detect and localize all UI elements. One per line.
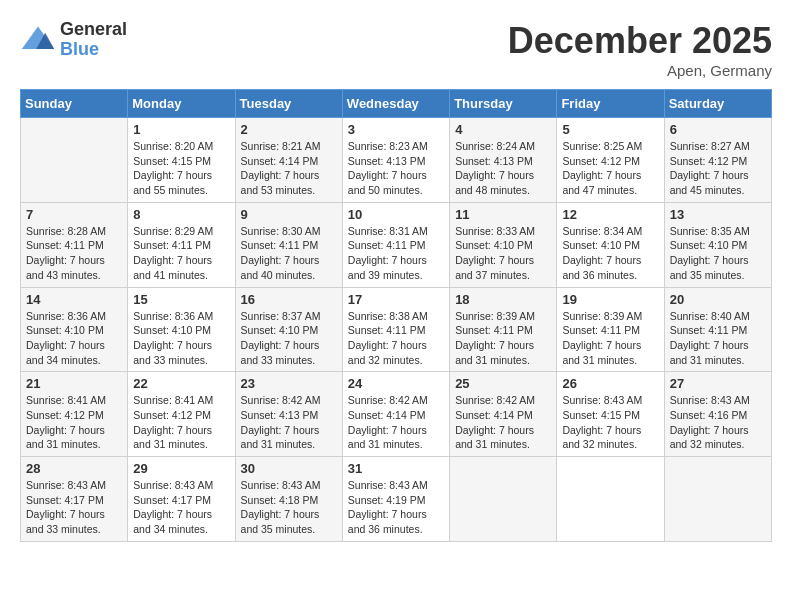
cell-info: and 31 minutes.	[455, 353, 551, 368]
day-number: 5	[562, 122, 658, 137]
cell-info: Sunrise: 8:21 AM	[241, 139, 337, 154]
cell-info: and 53 minutes.	[241, 183, 337, 198]
day-number: 3	[348, 122, 444, 137]
header-wednesday: Wednesday	[342, 90, 449, 118]
cell-info: and 33 minutes.	[241, 353, 337, 368]
cell-info: Sunrise: 8:34 AM	[562, 224, 658, 239]
cell-info: Sunset: 4:12 PM	[133, 408, 229, 423]
cell-info: Sunrise: 8:43 AM	[26, 478, 122, 493]
calendar-cell: 16Sunrise: 8:37 AMSunset: 4:10 PMDayligh…	[235, 287, 342, 372]
cell-info: and 35 minutes.	[241, 522, 337, 537]
cell-info: Sunrise: 8:37 AM	[241, 309, 337, 324]
cell-info: Sunset: 4:11 PM	[670, 323, 766, 338]
header-monday: Monday	[128, 90, 235, 118]
day-number: 12	[562, 207, 658, 222]
cell-info: and 39 minutes.	[348, 268, 444, 283]
day-number: 22	[133, 376, 229, 391]
cell-info: Sunset: 4:11 PM	[26, 238, 122, 253]
cell-info: Sunset: 4:14 PM	[241, 154, 337, 169]
cell-info: Sunset: 4:11 PM	[562, 323, 658, 338]
week-row-2: 7Sunrise: 8:28 AMSunset: 4:11 PMDaylight…	[21, 202, 772, 287]
calendar-cell: 19Sunrise: 8:39 AMSunset: 4:11 PMDayligh…	[557, 287, 664, 372]
day-number: 23	[241, 376, 337, 391]
day-number: 19	[562, 292, 658, 307]
cell-info: Daylight: 7 hours	[133, 253, 229, 268]
day-number: 15	[133, 292, 229, 307]
cell-info: and 31 minutes.	[241, 437, 337, 452]
cell-info: Sunset: 4:11 PM	[455, 323, 551, 338]
cell-info: Sunrise: 8:43 AM	[670, 393, 766, 408]
header-tuesday: Tuesday	[235, 90, 342, 118]
day-number: 13	[670, 207, 766, 222]
cell-info: and 32 minutes.	[348, 353, 444, 368]
page-header: General Blue December 2025 Apen, Germany	[20, 20, 772, 79]
day-number: 7	[26, 207, 122, 222]
day-number: 25	[455, 376, 551, 391]
calendar-cell	[664, 457, 771, 542]
cell-info: Sunset: 4:12 PM	[670, 154, 766, 169]
cell-info: and 37 minutes.	[455, 268, 551, 283]
day-number: 28	[26, 461, 122, 476]
cell-info: Sunrise: 8:29 AM	[133, 224, 229, 239]
header-row: SundayMondayTuesdayWednesdayThursdayFrid…	[21, 90, 772, 118]
cell-info: Sunset: 4:10 PM	[670, 238, 766, 253]
day-number: 6	[670, 122, 766, 137]
cell-info: and 31 minutes.	[562, 353, 658, 368]
cell-info: Daylight: 7 hours	[455, 168, 551, 183]
cell-info: Sunrise: 8:43 AM	[562, 393, 658, 408]
cell-info: Sunrise: 8:28 AM	[26, 224, 122, 239]
calendar-cell	[450, 457, 557, 542]
cell-info: Sunrise: 8:38 AM	[348, 309, 444, 324]
cell-info: and 31 minutes.	[26, 437, 122, 452]
week-row-3: 14Sunrise: 8:36 AMSunset: 4:10 PMDayligh…	[21, 287, 772, 372]
cell-info: Daylight: 7 hours	[670, 168, 766, 183]
day-number: 1	[133, 122, 229, 137]
cell-info: Daylight: 7 hours	[348, 338, 444, 353]
day-number: 17	[348, 292, 444, 307]
cell-info: Sunset: 4:15 PM	[133, 154, 229, 169]
calendar-cell: 17Sunrise: 8:38 AMSunset: 4:11 PMDayligh…	[342, 287, 449, 372]
calendar-cell: 31Sunrise: 8:43 AMSunset: 4:19 PMDayligh…	[342, 457, 449, 542]
cell-info: Daylight: 7 hours	[133, 168, 229, 183]
calendar-cell: 5Sunrise: 8:25 AMSunset: 4:12 PMDaylight…	[557, 118, 664, 203]
cell-info: and 33 minutes.	[26, 522, 122, 537]
title-block: December 2025 Apen, Germany	[508, 20, 772, 79]
cell-info: Sunset: 4:12 PM	[26, 408, 122, 423]
cell-info: Sunset: 4:14 PM	[455, 408, 551, 423]
day-number: 4	[455, 122, 551, 137]
cell-info: Sunrise: 8:27 AM	[670, 139, 766, 154]
logo-blue: Blue	[60, 40, 127, 60]
cell-info: Sunset: 4:11 PM	[348, 238, 444, 253]
cell-info: Sunrise: 8:25 AM	[562, 139, 658, 154]
day-number: 9	[241, 207, 337, 222]
cell-info: Sunrise: 8:41 AM	[26, 393, 122, 408]
cell-info: and 34 minutes.	[26, 353, 122, 368]
cell-info: Sunrise: 8:43 AM	[241, 478, 337, 493]
day-number: 29	[133, 461, 229, 476]
cell-info: and 41 minutes.	[133, 268, 229, 283]
calendar-cell: 24Sunrise: 8:42 AMSunset: 4:14 PMDayligh…	[342, 372, 449, 457]
cell-info: Sunrise: 8:42 AM	[348, 393, 444, 408]
cell-info: and 50 minutes.	[348, 183, 444, 198]
cell-info: Sunrise: 8:42 AM	[241, 393, 337, 408]
day-number: 21	[26, 376, 122, 391]
cell-info: Sunset: 4:13 PM	[348, 154, 444, 169]
day-number: 2	[241, 122, 337, 137]
logo-general: General	[60, 20, 127, 40]
cell-info: and 43 minutes.	[26, 268, 122, 283]
cell-info: and 32 minutes.	[670, 437, 766, 452]
cell-info: and 32 minutes.	[562, 437, 658, 452]
cell-info: Sunrise: 8:23 AM	[348, 139, 444, 154]
cell-info: Daylight: 7 hours	[562, 423, 658, 438]
calendar-cell	[557, 457, 664, 542]
day-number: 30	[241, 461, 337, 476]
cell-info: and 40 minutes.	[241, 268, 337, 283]
cell-info: Sunset: 4:12 PM	[562, 154, 658, 169]
calendar-cell: 29Sunrise: 8:43 AMSunset: 4:17 PMDayligh…	[128, 457, 235, 542]
cell-info: and 55 minutes.	[133, 183, 229, 198]
cell-info: Sunset: 4:17 PM	[26, 493, 122, 508]
cell-info: Sunset: 4:13 PM	[241, 408, 337, 423]
cell-info: Daylight: 7 hours	[562, 338, 658, 353]
cell-info: Daylight: 7 hours	[348, 507, 444, 522]
day-number: 20	[670, 292, 766, 307]
